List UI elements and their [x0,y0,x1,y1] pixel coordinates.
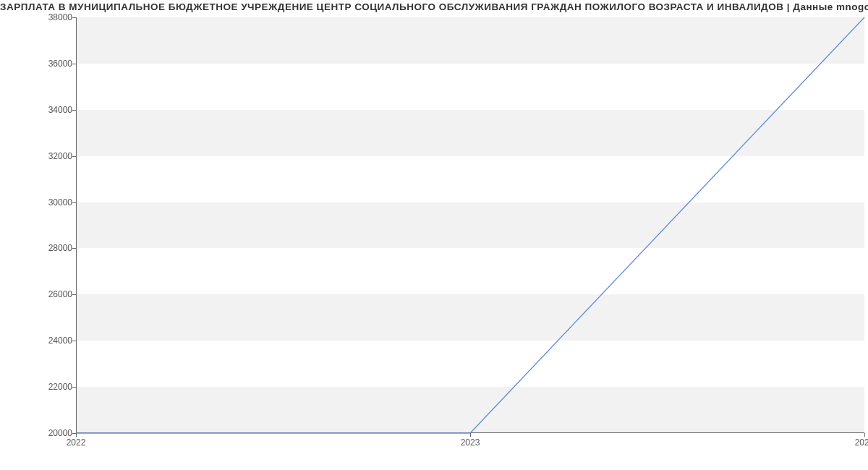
y-tick-mark [72,202,76,203]
plot-area [76,17,864,433]
y-tick-mark [72,248,76,249]
y-tick-label: 32000 [7,151,72,161]
y-tick-label: 20000 [7,428,72,438]
x-tick-mark [864,433,865,437]
y-tick-label: 26000 [7,289,72,299]
y-tick-label: 22000 [7,382,72,392]
y-tick-mark [72,156,76,157]
y-tick-mark [72,110,76,111]
y-tick-label: 28000 [7,243,72,253]
y-tick-label: 24000 [7,336,72,346]
y-tick-label: 30000 [7,197,72,208]
line-series [76,17,864,433]
x-tick-mark [470,433,471,437]
y-tick-label: 34000 [7,105,72,115]
y-tick-mark [72,17,76,18]
x-tick-mark [76,433,77,437]
y-tick-mark [72,387,76,388]
y-tick-label: 36000 [7,59,72,69]
x-tick-label: 2022 [67,437,86,448]
data-line [76,17,864,433]
chart-title: ЗАРПЛАТА В МУНИЦИПАЛЬНОЕ БЮДЖЕТНОЕ УЧРЕЖ… [0,1,868,12]
y-tick-mark [72,64,76,64]
y-tick-mark [72,294,76,295]
chart-container: ЗАРПЛАТА В МУНИЦИПАЛЬНОЕ БЮДЖЕТНОЕ УЧРЕЖ… [0,0,868,470]
y-tick-label: 38000 [7,12,72,22]
x-tick-label: 2023 [461,437,480,448]
y-tick-mark [72,341,76,341]
x-tick-label: 2024 [855,437,868,448]
